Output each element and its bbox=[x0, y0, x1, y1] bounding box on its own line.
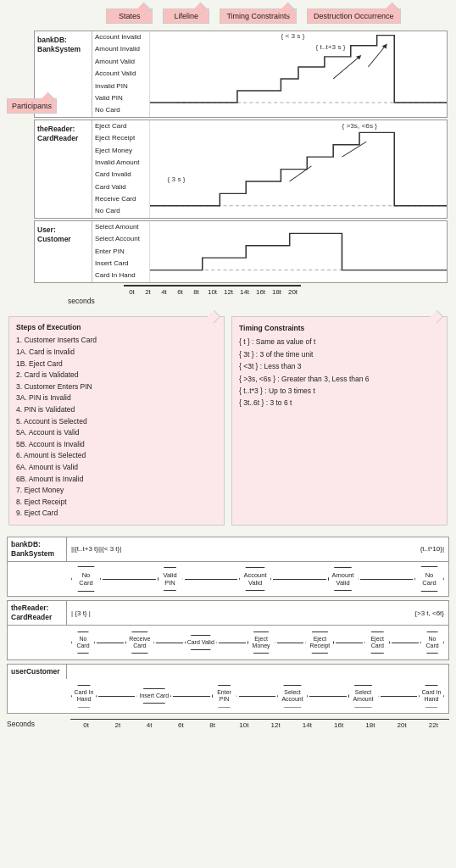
line-2 bbox=[185, 579, 238, 580]
bank-timing-1: ||{t..t+3 t}|| bbox=[71, 545, 102, 553]
top-section: States Lifeline Timing Constraints Destr… bbox=[0, 0, 456, 309]
user-events: Select Amount Select Account Enter PIN I… bbox=[92, 221, 150, 282]
step-1b: 1B. Eject Card bbox=[16, 359, 217, 370]
timing-notes-title: Timing Constraints bbox=[239, 322, 440, 334]
reader-timing-1: | {3 t} | bbox=[71, 609, 91, 617]
state-card-in-hand-1: Card InHand bbox=[71, 685, 97, 708]
user-participant-row: User:Customer Select Amount Select Accou… bbox=[34, 220, 448, 283]
btick-16: 16t bbox=[323, 719, 354, 729]
user-name: User:Customer bbox=[35, 221, 92, 282]
step-4: 4. PIN is Validated bbox=[16, 404, 217, 416]
event-account-invalid: Account Invalid bbox=[92, 31, 149, 43]
state-customer-name: userCustomer bbox=[8, 665, 67, 679]
bank-participant-row: bankDB:BankSystem Account Invalid Amount… bbox=[34, 31, 448, 118]
tick-12: 12t bbox=[220, 285, 236, 296]
state-select-account: SelectAccount bbox=[277, 685, 308, 708]
cline-4 bbox=[309, 696, 346, 697]
steps-box: Steps of Execution 1. Customer Inserts C… bbox=[8, 316, 225, 526]
bottom-time-axis: Seconds 0t 2t 4t 6t 8t 10t 12t 14t 16t 1… bbox=[7, 719, 449, 729]
tick-18: 18t bbox=[269, 285, 285, 296]
tick-8: 8t bbox=[188, 285, 204, 296]
timing-note-6: { 3t..6t } : 3 to 6 t bbox=[239, 397, 440, 409]
svg-line-9 bbox=[342, 142, 366, 157]
btick-20: 20t bbox=[386, 719, 418, 729]
reader-name: theReader:CardReader bbox=[35, 120, 92, 218]
bottom-ticks: 0t 2t 4t 6t 8t 10t 12t 14t 16t 18t 20t 2… bbox=[70, 719, 449, 729]
state-no-card-1: NoCard bbox=[71, 566, 101, 592]
step-7: 7. Eject Money bbox=[16, 485, 217, 497]
svg-text:{ 3 s }: { 3 s } bbox=[168, 175, 186, 182]
state-amount-valid: AmountValid bbox=[328, 567, 359, 591]
state-customer-flow: Card InHand Insert Card EnterPIN SelectA… bbox=[67, 681, 448, 712]
step-6a: 6A. Amount is Valid bbox=[16, 462, 217, 474]
event-amount-valid: Amount Valid bbox=[92, 56, 149, 68]
svg-text:{ >3s, <6s }: { >3s, <6s } bbox=[342, 122, 377, 129]
tick-16: 16t bbox=[253, 285, 269, 296]
state-reader-row: NoCard ReceiveCard Card Valid EjectMoney… bbox=[8, 626, 448, 659]
tick-4: 4t bbox=[156, 285, 172, 296]
event-eject-receipt: Eject Receipt bbox=[92, 132, 149, 144]
timing-note-2: { 3t } : 3 of the time unit bbox=[239, 348, 440, 360]
event-no-card-bank: No Card bbox=[92, 104, 149, 116]
svg-line-8 bbox=[290, 166, 312, 181]
event-insert-card: Insert Card bbox=[92, 258, 149, 270]
timing-note-3: { <3t } : Less than 3 bbox=[239, 360, 440, 372]
svg-text:{ t..t+3 s }: { t..t+3 s } bbox=[316, 44, 346, 52]
rline-3 bbox=[219, 643, 246, 643]
bank-events: Account Invalid Amount Invalid Amount Va… bbox=[92, 31, 150, 117]
state-reader-header: theReader:CardReader | {3 t} | {>3 t, <6… bbox=[8, 601, 448, 626]
step-9: 9. Eject Card bbox=[16, 508, 217, 520]
step-6b: 6B. Amount is Invalid bbox=[16, 474, 217, 486]
state-bank-name: bankDB:BankSystem bbox=[8, 537, 67, 561]
svg-text:{ < 3 s }: { < 3 s } bbox=[281, 33, 305, 41]
state-reader-timing: | {3 t} | {>3 t, <6t} bbox=[67, 608, 448, 619]
step-8: 8. Eject Receipt bbox=[16, 497, 217, 509]
event-card-invalid: Card Invalid bbox=[92, 169, 149, 181]
state-insert-card: Insert Card bbox=[136, 688, 171, 704]
reader-participant-row: theReader:CardReader Eject Card Eject Re… bbox=[34, 120, 448, 219]
state-reader-flow: NoCard ReceiveCard Card Valid EjectMoney… bbox=[67, 627, 448, 659]
state-bank-participant: bankDB:BankSystem ||{t..t+3 t}|| {< 3 t}… bbox=[7, 537, 449, 597]
legend-destruction: Destruction Occurrence bbox=[307, 8, 401, 24]
state-no-card-2: NoCard bbox=[414, 566, 444, 592]
timing-diagram: Participants bankDB:BankSystem Account I… bbox=[8, 31, 448, 305]
seconds-label: seconds bbox=[68, 297, 448, 305]
event-enter-pin: Enter PIN bbox=[92, 246, 149, 258]
reader-timing-spacer bbox=[91, 609, 414, 617]
legend-timing: Timing Constraints bbox=[220, 8, 297, 24]
step-3a: 3A. PIN is Invalid bbox=[16, 392, 217, 404]
state-bank-row: NoCard ValidPIN AccountValid AmountValid… bbox=[8, 562, 448, 596]
rline-4 bbox=[277, 643, 304, 643]
step-5: 5. Account is Selected bbox=[16, 416, 217, 428]
reader-chart: { >3s, <6s } { 3 s } bbox=[150, 120, 447, 218]
state-receive-card: ReceiveCard bbox=[125, 632, 154, 654]
reader-timing-2: {>3 t, <6t} bbox=[414, 609, 444, 617]
tick-10: 10t bbox=[204, 285, 220, 296]
btick-22: 22t bbox=[418, 719, 449, 729]
rline-2 bbox=[156, 643, 183, 643]
state-reader-no-card-1: NoCard bbox=[71, 632, 95, 654]
state-reader-participant: theReader:CardReader | {3 t} | {>3 t, <6… bbox=[7, 600, 449, 660]
step-6: 6. Amount is Selected bbox=[16, 450, 217, 462]
steps-title: Steps of Execution bbox=[16, 322, 217, 334]
timing-note-4: { >3s, <6s } : Greater than 3, Less than… bbox=[239, 373, 440, 385]
btick-18: 18t bbox=[354, 719, 386, 729]
event-valid-pin: Valid PIN bbox=[92, 92, 149, 104]
tick-2: 2t bbox=[140, 285, 156, 296]
event-select-amount: Select Amount bbox=[92, 221, 149, 233]
svg-line-4 bbox=[368, 46, 386, 67]
btick-4: 4t bbox=[134, 719, 165, 729]
event-amount-invalid: Amount Invalid bbox=[92, 43, 149, 55]
middle-section: Steps of Execution 1. Customer Inserts C… bbox=[0, 309, 456, 532]
event-eject-card: Eject Card bbox=[92, 120, 149, 132]
event-select-account: Select Account bbox=[92, 233, 149, 245]
cline-5 bbox=[381, 696, 417, 697]
step-2: 2. Card is Validated bbox=[16, 370, 217, 381]
bank-timing-spacer bbox=[121, 545, 420, 553]
steps-list: 1. Customer Inserts Card 1A. Card is Inv… bbox=[16, 335, 217, 520]
participants-label: Participants bbox=[7, 98, 57, 114]
event-invalid-amount: Invalid Amount bbox=[92, 157, 149, 169]
tick-20: 20t bbox=[285, 285, 301, 296]
state-customer-participant: userCustomer Card InHand Insert Card Ent… bbox=[7, 664, 449, 714]
event-card-in-hand: Card In Hand bbox=[92, 270, 149, 281]
